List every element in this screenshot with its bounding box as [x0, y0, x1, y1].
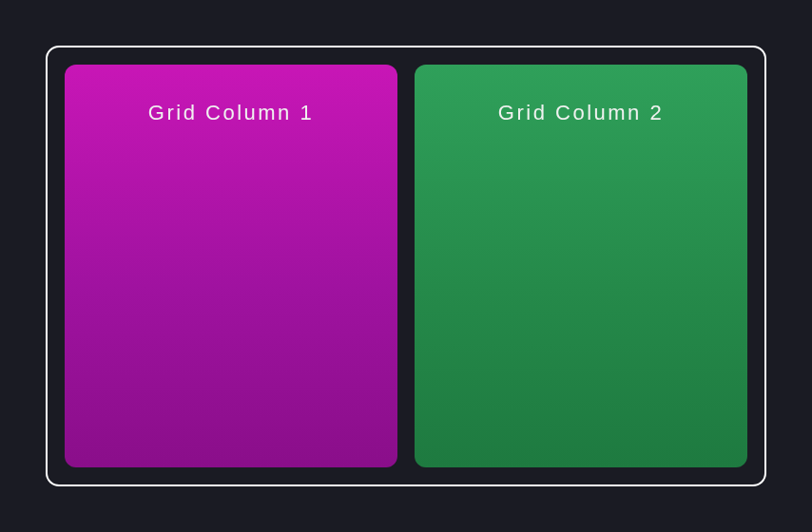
- grid-column-2-label: Grid Column 2: [498, 101, 664, 124]
- grid-column-2: Grid Column 2: [415, 65, 747, 467]
- grid-container: Grid Column 1 Grid Column 2: [46, 46, 766, 486]
- grid-column-1-label: Grid Column 1: [148, 101, 314, 124]
- grid-column-1: Grid Column 1: [65, 65, 397, 467]
